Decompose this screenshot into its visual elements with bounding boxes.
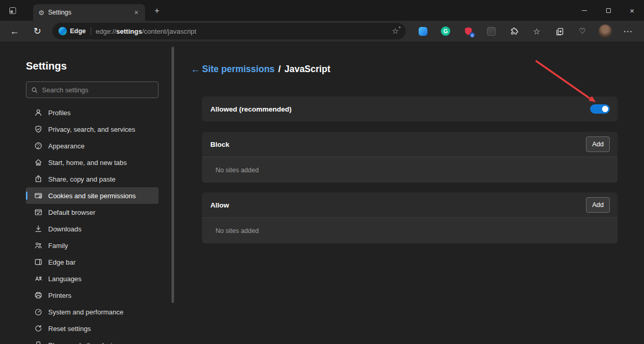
family-icon xyxy=(34,241,42,250)
titlebar: ⚙ Settings × + × xyxy=(0,0,644,21)
search-icon xyxy=(31,86,38,94)
sidebar-item-printers[interactable]: Printers xyxy=(26,287,159,304)
block-card: Block Add No sites added xyxy=(202,132,618,183)
languages-icon xyxy=(34,274,42,283)
page-header: ← Site permissions / JavaScript xyxy=(191,61,618,77)
minimize-button[interactable] xyxy=(573,0,596,21)
close-icon: × xyxy=(630,7,635,15)
more-menu-icon[interactable]: ⋯ xyxy=(619,23,637,39)
share-icon xyxy=(34,175,42,183)
refresh-icon: ↻ xyxy=(33,25,41,37)
grammarly-icon[interactable]: G xyxy=(437,23,454,39)
sidebar-item-default-browser[interactable]: Default browser xyxy=(26,204,159,221)
bing-icon[interactable] xyxy=(414,23,432,39)
allow-card: Allow Add No sites added xyxy=(202,192,618,243)
back-button[interactable]: ← xyxy=(7,23,22,39)
system-icon xyxy=(34,308,42,316)
window-controls: × xyxy=(573,0,644,21)
allow-empty-state: No sites added xyxy=(202,217,618,243)
url-text: edge://settings/content/javascript xyxy=(96,27,196,35)
printers-icon xyxy=(34,291,42,299)
favorites-star-icon[interactable]: ☆ xyxy=(528,23,546,39)
block-add-button[interactable]: Add xyxy=(586,136,610,152)
toolbar: ← ↻ Edge edge://settings/content/javascr… xyxy=(0,21,644,42)
breadcrumb-site-permissions-link[interactable]: Site permissions xyxy=(202,64,275,75)
default-browser-icon xyxy=(34,208,42,216)
allowed-card: Allowed (recommended) xyxy=(202,97,618,121)
sidebar-item-reset-settings[interactable]: Reset settings xyxy=(26,320,159,337)
tab-actions-menu-icon[interactable] xyxy=(8,6,17,15)
collections-icon[interactable] xyxy=(551,23,568,39)
allow-add-button[interactable]: Add xyxy=(586,197,610,213)
refresh-button[interactable]: ↻ xyxy=(30,23,45,39)
breadcrumb: Site permissions / JavaScript xyxy=(202,64,330,75)
phone-icon xyxy=(34,341,42,344)
maximize-button[interactable] xyxy=(596,0,620,21)
site-chip-label: Edge xyxy=(70,27,86,35)
dark-extension-icon[interactable] xyxy=(482,23,500,39)
privacy-icon xyxy=(34,125,42,133)
sidebar-scrollbar[interactable] xyxy=(171,47,174,303)
browser-tab[interactable]: ⚙ Settings × xyxy=(33,4,145,21)
address-bar[interactable]: Edge edge://settings/content/javascript … xyxy=(52,23,406,39)
sidebar-item-profiles[interactable]: Profiles xyxy=(26,104,159,121)
profiles-icon xyxy=(34,108,42,117)
sidebar-item-cookies-and-site-permissions[interactable]: Cookies and site permissions xyxy=(26,187,159,204)
breadcrumb-separator: / xyxy=(278,64,281,75)
sidebar-item-family[interactable]: Family xyxy=(26,237,159,254)
toggle-knob xyxy=(602,106,608,112)
sidebar-item-downloads[interactable]: Downloads xyxy=(26,221,159,237)
page-title: JavaScript xyxy=(284,64,331,75)
appearance-icon xyxy=(34,142,42,150)
close-button[interactable]: × xyxy=(620,0,644,21)
sidebar-item-languages[interactable]: Languages xyxy=(26,270,159,287)
downloads-icon xyxy=(34,225,42,233)
sidebar-item-system-and-performance[interactable]: System and performance xyxy=(26,304,159,320)
settings-sidebar: Settings Profiles Privacy, search, and s… xyxy=(0,42,176,344)
cookies-icon xyxy=(34,191,42,200)
url-highlight: settings xyxy=(116,27,142,35)
edge-bar-icon xyxy=(34,258,42,266)
sidebar-item-privacy-search-and-services[interactable]: Privacy, search, and services xyxy=(26,121,159,137)
sidebar-item-phone-and-other-devices[interactable]: Phone and other devices xyxy=(26,337,159,344)
start-home-icon xyxy=(34,158,42,167)
page-body: Settings Profiles Privacy, search, and s… xyxy=(0,42,644,344)
chip-divider xyxy=(91,27,91,35)
extension-badge: 0 xyxy=(469,32,475,38)
breadcrumb-back-icon[interactable]: ← xyxy=(191,64,202,74)
sidebar-item-edge-bar[interactable]: Edge bar xyxy=(26,254,159,270)
main-content: ← Site permissions / JavaScript Allowed … xyxy=(176,42,644,344)
extensions-toolbar: G 0 ☆ ♡ ⋯ xyxy=(414,23,637,39)
profile-avatar[interactable] xyxy=(596,23,614,39)
reset-icon xyxy=(34,324,42,333)
browser-essentials-icon[interactable]: ♡ xyxy=(574,23,591,39)
back-arrow-icon: ← xyxy=(10,26,19,37)
sidebar-menu: Profiles Privacy, search, and services A… xyxy=(26,104,159,344)
search-settings-box[interactable] xyxy=(26,81,159,98)
maximize-icon xyxy=(606,8,611,13)
red-shield-extension-icon[interactable]: 0 xyxy=(460,23,477,39)
settings-gear-icon: ⚙ xyxy=(38,9,45,16)
sidebar-item-start-home-and-new-tabs[interactable]: Start, home, and new tabs xyxy=(26,154,159,171)
url-scheme: edge:// xyxy=(96,27,117,35)
edge-logo-icon xyxy=(59,27,67,35)
tab-close-icon[interactable]: × xyxy=(132,8,141,17)
sidebar-item-appearance[interactable]: Appearance xyxy=(26,137,159,154)
site-info-chip[interactable]: Edge xyxy=(59,27,86,35)
allow-section-title: Allow xyxy=(210,201,229,209)
minimize-icon xyxy=(582,10,587,11)
plus-icon: + xyxy=(398,25,401,30)
search-settings-input[interactable] xyxy=(42,86,154,94)
block-section-title: Block xyxy=(210,141,230,148)
sidebar-item-share-copy-and-paste[interactable]: Share, copy and paste xyxy=(26,171,159,187)
block-empty-state: No sites added xyxy=(202,157,618,183)
allowed-label: Allowed (recommended) xyxy=(210,105,292,113)
javascript-allowed-toggle[interactable] xyxy=(590,104,610,114)
sidebar-title: Settings xyxy=(26,59,176,73)
extensions-puzzle-icon[interactable] xyxy=(505,23,523,39)
add-favorite-icon[interactable]: ☆+ xyxy=(389,25,402,37)
new-tab-button[interactable]: + xyxy=(152,6,162,16)
url-path: /content/javascript xyxy=(142,27,196,35)
tab-title: Settings xyxy=(48,9,128,16)
